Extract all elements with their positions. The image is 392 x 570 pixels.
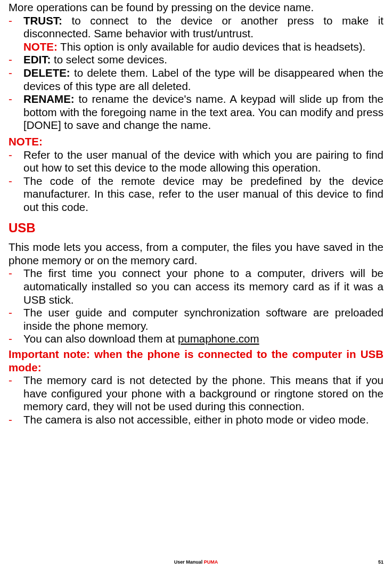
intro-text: More operations can be found by pressing… [9, 1, 383, 14]
op-delete: DELETE: to delete them. Label of the typ… [9, 67, 383, 93]
op-text: to delete them. Label of the type will b… [23, 67, 383, 92]
important-heading: Important note: when the phone is connec… [9, 348, 383, 374]
note-item: Refer to the user manual of the device w… [9, 149, 383, 175]
op-text: to select some devices. [51, 53, 167, 66]
important-item: The memory card is not detected by the p… [9, 374, 383, 413]
usb-item-download: You can also download them at pumaphone.… [9, 332, 383, 346]
footer-center: User Manual PUMA [174, 559, 218, 565]
op-label: DELETE: [23, 67, 70, 79]
op-label: TRUST: [23, 14, 62, 27]
op-edit: EDIT: to select some devices. [9, 53, 383, 67]
op-text: to rename the device's name. A keypad wi… [23, 93, 383, 131]
operations-list: TRUST: to connect to the device or anoth… [9, 14, 383, 132]
important-list: The memory card is not detected by the p… [9, 374, 383, 426]
footer-brand: PUMA [204, 559, 218, 565]
op-label: EDIT: [23, 53, 51, 66]
usb-intro: This mode lets you access, from a comput… [9, 241, 383, 267]
op-note-label: NOTE: [23, 40, 58, 53]
usb-title: USB [9, 221, 383, 236]
usb-download-pre: You can also download them at [23, 332, 178, 345]
op-label: RENAME: [23, 93, 75, 105]
usb-item: The first time you connect your phone to… [9, 267, 383, 306]
op-note-text: This option is only available for audio … [58, 40, 366, 53]
footer-label: User Manual [174, 559, 204, 565]
note-heading: NOTE: [9, 135, 383, 149]
usb-item: The user guide and computer synchronizat… [9, 306, 383, 332]
op-trust: TRUST: to connect to the device or anoth… [9, 14, 383, 54]
usb-list: The first time you connect your phone to… [9, 267, 383, 346]
usb-download-link[interactable]: pumaphone.com [178, 332, 259, 345]
op-rename: RENAME: to rename the device's name. A k… [9, 93, 383, 132]
note-item: The code of the remote device may be pre… [9, 175, 383, 214]
op-text: to connect to the device or another pres… [23, 14, 383, 40]
page-number: 51 [378, 559, 383, 565]
note-list: Refer to the user manual of the device w… [9, 149, 383, 214]
important-item: The camera is also not accessible, eithe… [9, 413, 383, 427]
